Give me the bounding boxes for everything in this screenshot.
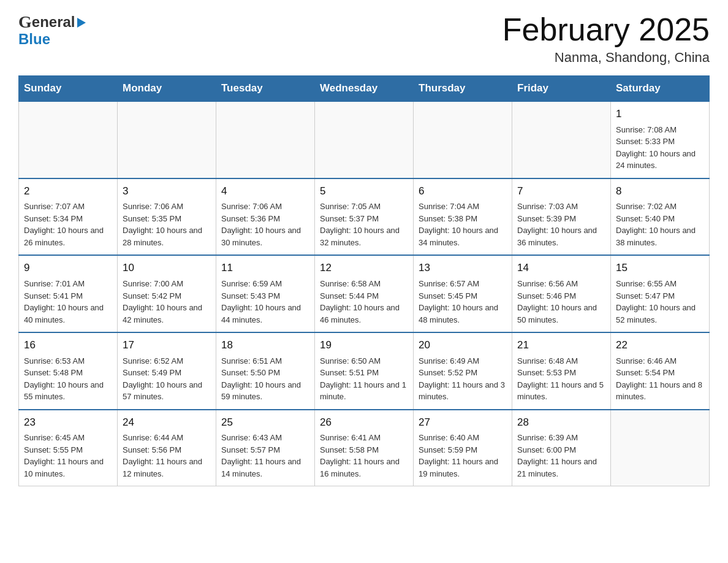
day-number: 13 bbox=[419, 261, 507, 276]
day-number: 23 bbox=[24, 415, 112, 431]
calendar-cell: 18Sunrise: 6:51 AMSunset: 5:50 PMDayligh… bbox=[216, 332, 315, 410]
day-info: Sunrise: 7:05 AMSunset: 5:37 PMDaylight:… bbox=[320, 201, 408, 248]
day-number: 16 bbox=[24, 338, 112, 353]
day-info: Sunrise: 7:08 AMSunset: 5:33 PMDaylight:… bbox=[616, 124, 704, 172]
day-number: 6 bbox=[419, 184, 507, 199]
weekday-header-friday: Friday bbox=[512, 76, 611, 102]
day-number: 7 bbox=[517, 184, 605, 199]
day-info: Sunrise: 6:40 AMSunset: 5:59 PMDaylight:… bbox=[419, 432, 507, 480]
day-info: Sunrise: 6:51 AMSunset: 5:50 PMDaylight:… bbox=[221, 355, 309, 403]
calendar-cell: 5Sunrise: 7:05 AMSunset: 5:37 PMDaylight… bbox=[315, 178, 414, 256]
calendar-cell: 21Sunrise: 6:48 AMSunset: 5:53 PMDayligh… bbox=[512, 332, 611, 410]
weekday-header-saturday: Saturday bbox=[611, 76, 710, 102]
calendar-cell: 20Sunrise: 6:49 AMSunset: 5:52 PMDayligh… bbox=[414, 332, 512, 410]
day-number: 12 bbox=[320, 261, 408, 276]
day-number: 25 bbox=[221, 415, 309, 431]
calendar-cell: 16Sunrise: 6:53 AMSunset: 5:48 PMDayligh… bbox=[19, 332, 118, 410]
calendar-week-row: 23Sunrise: 6:45 AMSunset: 5:55 PMDayligh… bbox=[19, 410, 710, 486]
calendar-week-row: 9Sunrise: 7:01 AMSunset: 5:41 PMDaylight… bbox=[19, 255, 710, 332]
day-number: 19 bbox=[320, 338, 408, 353]
day-info: Sunrise: 7:03 AMSunset: 5:39 PMDaylight:… bbox=[517, 201, 605, 248]
day-info: Sunrise: 6:57 AMSunset: 5:45 PMDaylight:… bbox=[419, 278, 507, 326]
calendar-cell: 8Sunrise: 7:02 AMSunset: 5:40 PMDaylight… bbox=[611, 178, 710, 256]
calendar-cell: 23Sunrise: 6:45 AMSunset: 5:55 PMDayligh… bbox=[19, 410, 118, 486]
calendar-cell: 28Sunrise: 6:39 AMSunset: 6:00 PMDayligh… bbox=[512, 410, 611, 486]
calendar-cell: 1Sunrise: 7:08 AMSunset: 5:33 PMDaylight… bbox=[611, 101, 710, 178]
day-number: 4 bbox=[221, 184, 309, 199]
day-number: 3 bbox=[123, 184, 211, 199]
logo-eneral: eneral bbox=[32, 13, 75, 31]
calendar-body: 1Sunrise: 7:08 AMSunset: 5:33 PMDaylight… bbox=[19, 101, 710, 486]
day-info: Sunrise: 6:50 AMSunset: 5:51 PMDaylight:… bbox=[320, 355, 408, 403]
day-number: 5 bbox=[320, 184, 408, 199]
location-subtitle: Nanma, Shandong, China bbox=[502, 50, 710, 66]
day-info: Sunrise: 7:00 AMSunset: 5:42 PMDaylight:… bbox=[123, 278, 211, 326]
day-info: Sunrise: 7:07 AMSunset: 5:34 PMDaylight:… bbox=[24, 201, 112, 248]
day-info: Sunrise: 6:43 AMSunset: 5:57 PMDaylight:… bbox=[221, 432, 309, 480]
day-number: 21 bbox=[517, 338, 605, 353]
day-number: 26 bbox=[320, 415, 408, 431]
day-number: 10 bbox=[123, 261, 211, 276]
weekday-header-sunday: Sunday bbox=[19, 76, 118, 102]
calendar-cell: 11Sunrise: 6:59 AMSunset: 5:43 PMDayligh… bbox=[216, 255, 315, 332]
calendar-cell: 12Sunrise: 6:58 AMSunset: 5:44 PMDayligh… bbox=[315, 255, 414, 332]
page-header: G eneral Blue February 2025 Nanma, Shand… bbox=[18, 12, 710, 66]
day-number: 15 bbox=[616, 261, 704, 276]
calendar-cell: 15Sunrise: 6:55 AMSunset: 5:47 PMDayligh… bbox=[611, 255, 710, 332]
day-info: Sunrise: 6:59 AMSunset: 5:43 PMDaylight:… bbox=[221, 278, 309, 326]
day-info: Sunrise: 6:48 AMSunset: 5:53 PMDaylight:… bbox=[517, 355, 605, 403]
weekday-header-thursday: Thursday bbox=[414, 76, 512, 102]
calendar-cell: 22Sunrise: 6:46 AMSunset: 5:54 PMDayligh… bbox=[611, 332, 710, 410]
calendar-cell: 2Sunrise: 7:07 AMSunset: 5:34 PMDaylight… bbox=[19, 178, 118, 256]
day-number: 8 bbox=[616, 184, 704, 199]
day-info: Sunrise: 7:01 AMSunset: 5:41 PMDaylight:… bbox=[24, 278, 112, 326]
day-info: Sunrise: 6:55 AMSunset: 5:47 PMDaylight:… bbox=[616, 278, 704, 326]
weekday-header-tuesday: Tuesday bbox=[216, 76, 315, 102]
calendar-cell: 3Sunrise: 7:06 AMSunset: 5:35 PMDaylight… bbox=[118, 178, 216, 256]
day-number: 1 bbox=[616, 107, 704, 122]
calendar-cell: 17Sunrise: 6:52 AMSunset: 5:49 PMDayligh… bbox=[118, 332, 216, 410]
calendar-cell: 9Sunrise: 7:01 AMSunset: 5:41 PMDaylight… bbox=[19, 255, 118, 332]
calendar-cell: 13Sunrise: 6:57 AMSunset: 5:45 PMDayligh… bbox=[414, 255, 512, 332]
weekday-header-row: SundayMondayTuesdayWednesdayThursdayFrid… bbox=[19, 76, 710, 102]
calendar-cell: 10Sunrise: 7:00 AMSunset: 5:42 PMDayligh… bbox=[118, 255, 216, 332]
calendar-cell: 25Sunrise: 6:43 AMSunset: 5:57 PMDayligh… bbox=[216, 410, 315, 486]
day-number: 9 bbox=[24, 261, 112, 276]
logo-blue: Blue bbox=[18, 31, 50, 48]
title-block: February 2025 Nanma, Shandong, China bbox=[502, 12, 710, 66]
day-info: Sunrise: 6:41 AMSunset: 5:58 PMDaylight:… bbox=[320, 432, 408, 480]
weekday-header-wednesday: Wednesday bbox=[315, 76, 414, 102]
calendar-cell bbox=[19, 101, 118, 178]
day-info: Sunrise: 6:39 AMSunset: 6:00 PMDaylight:… bbox=[517, 432, 605, 480]
day-info: Sunrise: 6:45 AMSunset: 5:55 PMDaylight:… bbox=[24, 432, 112, 480]
day-info: Sunrise: 6:52 AMSunset: 5:49 PMDaylight:… bbox=[123, 355, 211, 403]
calendar-cell bbox=[216, 101, 315, 178]
calendar-cell: 6Sunrise: 7:04 AMSunset: 5:38 PMDaylight… bbox=[414, 178, 512, 256]
calendar-cell: 27Sunrise: 6:40 AMSunset: 5:59 PMDayligh… bbox=[414, 410, 512, 486]
day-info: Sunrise: 6:46 AMSunset: 5:54 PMDaylight:… bbox=[616, 355, 704, 403]
day-number: 17 bbox=[123, 338, 211, 353]
calendar-cell bbox=[118, 101, 216, 178]
day-number: 24 bbox=[123, 415, 211, 431]
day-info: Sunrise: 6:44 AMSunset: 5:56 PMDaylight:… bbox=[123, 432, 211, 480]
calendar-cell bbox=[414, 101, 512, 178]
day-info: Sunrise: 6:53 AMSunset: 5:48 PMDaylight:… bbox=[24, 355, 112, 403]
logo: G eneral Blue bbox=[18, 12, 86, 48]
day-number: 20 bbox=[419, 338, 507, 353]
calendar-cell bbox=[315, 101, 414, 178]
weekday-header-monday: Monday bbox=[118, 76, 216, 102]
calendar-week-row: 16Sunrise: 6:53 AMSunset: 5:48 PMDayligh… bbox=[19, 332, 710, 410]
calendar-cell: 7Sunrise: 7:03 AMSunset: 5:39 PMDaylight… bbox=[512, 178, 611, 256]
calendar-cell bbox=[611, 410, 710, 486]
calendar-cell: 26Sunrise: 6:41 AMSunset: 5:58 PMDayligh… bbox=[315, 410, 414, 486]
day-number: 28 bbox=[517, 415, 605, 431]
day-number: 18 bbox=[221, 338, 309, 353]
day-number: 2 bbox=[24, 184, 112, 199]
day-info: Sunrise: 6:49 AMSunset: 5:52 PMDaylight:… bbox=[419, 355, 507, 403]
calendar-cell bbox=[512, 101, 611, 178]
day-info: Sunrise: 6:56 AMSunset: 5:46 PMDaylight:… bbox=[517, 278, 605, 326]
calendar-cell: 19Sunrise: 6:50 AMSunset: 5:51 PMDayligh… bbox=[315, 332, 414, 410]
day-number: 14 bbox=[517, 261, 605, 276]
day-info: Sunrise: 7:06 AMSunset: 5:35 PMDaylight:… bbox=[123, 201, 211, 248]
day-number: 22 bbox=[616, 338, 704, 353]
